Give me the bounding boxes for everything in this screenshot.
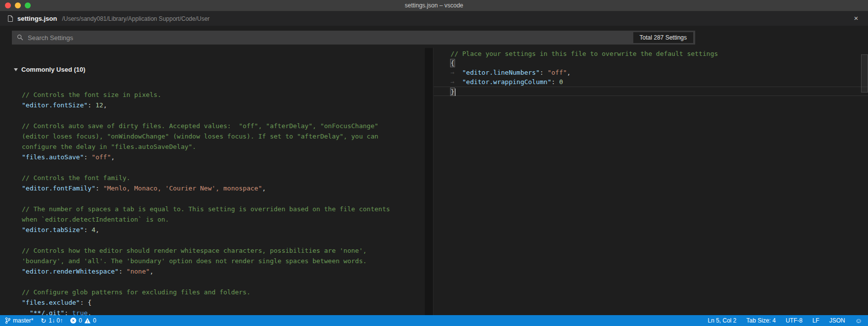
maximize-window-button[interactable]	[25, 2, 31, 8]
code-line	[0, 193, 433, 204]
code-line: "**/.git": true,	[0, 308, 433, 315]
code-line: "editor.renderWhitespace": "none",	[0, 266, 433, 277]
tab-size-item[interactable]: Tab Size: 4	[746, 317, 775, 324]
code-line: → "editor.lineNumbers": "off",	[434, 68, 868, 77]
search-placeholder: Search Settings	[28, 34, 73, 42]
code-line: // Controls auto save of dirty files. Ac…	[0, 121, 433, 131]
traffic-lights	[5, 2, 31, 8]
code-line: configure the delay in "files.autoSaveDe…	[0, 141, 433, 152]
code-line: // Place your settings in this file to o…	[434, 49, 868, 58]
close-window-button[interactable]	[5, 2, 11, 8]
code-line: "editor.fontFamily": "Menlo, Monaco, 'Co…	[0, 183, 433, 193]
error-icon: ×	[70, 318, 76, 324]
cursor-position-item[interactable]: Ln 5, Col 2	[708, 317, 736, 324]
code-line: // Configure glob patterns for excluding…	[0, 287, 433, 297]
code-line: "files.exclude": {	[0, 297, 433, 308]
settings-count-badge: Total 287 Settings	[633, 32, 693, 43]
git-branch-icon	[5, 317, 10, 324]
settings-header: Search Settings Total 287 Settings USER …	[0, 26, 868, 48]
status-bar: master* ↻ 1↓ 0↑ × 0 ! 0 Ln 5, Col 2 Tab …	[0, 315, 868, 326]
user-settings-code: // Place your settings in this file to o…	[434, 49, 868, 96]
encoding-item[interactable]: UTF-8	[786, 317, 803, 324]
code-line: (editor loses focus), "onWindowChange" (…	[0, 131, 433, 141]
code-line	[0, 162, 433, 173]
minimize-window-button[interactable]	[15, 2, 21, 8]
code-line: }	[434, 87, 868, 96]
section-header-label: Commonly Used (10)	[21, 66, 85, 73]
editor-group: Commonly Used (10) // Controls the font …	[0, 48, 868, 315]
code-line: when `editor.detectIndentation` is on.	[0, 214, 433, 225]
code-line: "editor.tabSize": 4,	[0, 225, 433, 235]
language-mode-item[interactable]: JSON	[829, 317, 845, 324]
git-branch-item[interactable]: master*	[5, 317, 33, 324]
code-line: // The number of spaces a tab is equal t…	[0, 204, 433, 214]
collapse-triangle-icon	[14, 68, 18, 71]
feedback-smiley-icon[interactable]: ☺	[855, 317, 862, 324]
code-line: "editor.fontSize": 12,	[0, 100, 433, 110]
code-line: "files.autoSave": "off",	[0, 152, 433, 162]
warning-icon: !	[85, 318, 91, 324]
settings-search-input[interactable]: Search Settings Total 287 Settings	[12, 31, 695, 45]
eol-item[interactable]: LF	[813, 317, 819, 324]
code-line: 'boundary', and 'all'. The 'boundary' op…	[0, 256, 433, 266]
code-line: → "editor.wrappingColumn": 0	[434, 77, 868, 87]
tab-file-name[interactable]: settings.json	[17, 15, 57, 22]
warning-count: 0	[93, 317, 97, 324]
status-bar-left: master* ↻ 1↓ 0↑ × 0 ! 0	[0, 317, 96, 324]
editor-tab-bar: settings.json /Users/sandy081/Library/Ap…	[0, 11, 868, 26]
code-line	[0, 277, 433, 287]
problems-item[interactable]: × 0 ! 0	[70, 317, 96, 324]
sync-counts-label: 1↓ 0↑	[49, 317, 63, 324]
default-settings-editor[interactable]: Commonly Used (10) // Controls the font …	[0, 48, 433, 315]
search-icon	[17, 34, 24, 41]
code-line: // Controls the font size in pixels.	[0, 90, 433, 100]
code-line: // Controls how the editor should render…	[0, 245, 433, 256]
status-bar-right: Ln 5, Col 2 Tab Size: 4 UTF-8 LF JSON ☺	[708, 317, 868, 324]
code-line: {	[434, 58, 868, 68]
default-settings-code: // Controls the font size in pixels."edi…	[0, 90, 433, 315]
code-line	[0, 235, 433, 245]
settings-section-header[interactable]: Commonly Used (10)	[14, 66, 85, 73]
git-sync-item[interactable]: ↻ 1↓ 0↑	[41, 317, 63, 324]
user-settings-editor[interactable]: // Place your settings in this file to o…	[433, 48, 868, 315]
code-line: // Controls the font family.	[0, 173, 433, 183]
left-editor-scrollbar[interactable]	[425, 48, 433, 315]
close-editor-icon[interactable]: ×	[851, 13, 861, 23]
file-icon	[7, 15, 13, 22]
error-count: 0	[79, 317, 82, 324]
right-editor-scrollbar[interactable]	[861, 54, 868, 93]
sync-icon: ↻	[41, 318, 46, 324]
titlebar: settings.json – vscode	[0, 0, 868, 11]
tab-file-path: /Users/sandy081/Library/Application Supp…	[62, 15, 209, 22]
code-line	[0, 110, 433, 121]
window-title: settings.json – vscode	[405, 2, 463, 9]
git-branch-label: master*	[13, 317, 33, 324]
